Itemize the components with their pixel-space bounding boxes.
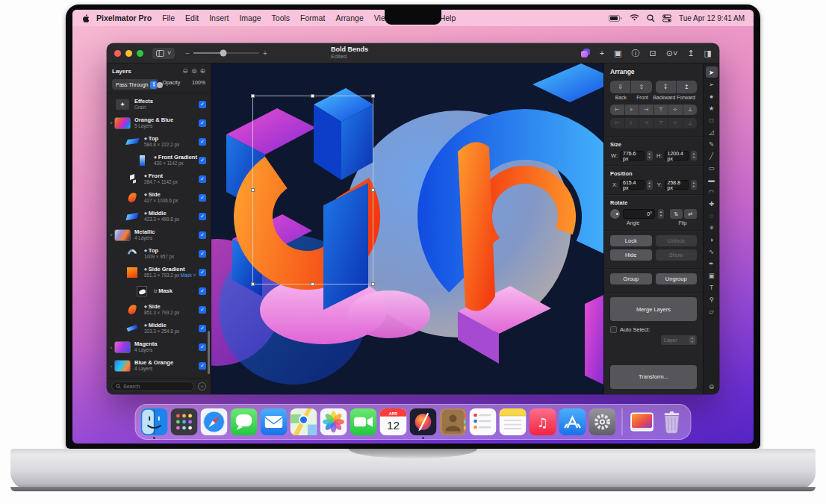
menu-clock[interactable]: Tue Apr 12 9:41 AM xyxy=(679,14,745,22)
height-field[interactable]: 1200.4 px xyxy=(665,151,689,161)
height-stepper[interactable]: ▲▼ xyxy=(691,151,697,161)
collapse-tools-icon[interactable]: ⊖ xyxy=(706,381,718,392)
auto-select-checkbox[interactable] xyxy=(610,326,617,333)
layer-row-side-gradient[interactable]: ◆Side Gradient851.3 × 793.2 px Mask ˅✓ xyxy=(107,263,211,281)
canvas[interactable] xyxy=(211,63,603,394)
layer-row-middle[interactable]: ◆Middle323.3 × 254.8 px✓ xyxy=(107,319,211,337)
layer-visibility-checkbox[interactable]: ✓ xyxy=(199,119,206,127)
dock-icon-mail[interactable] xyxy=(261,408,288,435)
view-options-button[interactable]: ˅ xyxy=(152,48,175,59)
layer-visibility-checkbox[interactable]: ✓ xyxy=(199,362,206,370)
dock-icon-system-preferences[interactable] xyxy=(589,408,616,435)
layer-visibility-checkbox[interactable]: ✓ xyxy=(199,213,206,220)
crop-tool-icon[interactable]: ▱ xyxy=(706,305,718,317)
battery-icon[interactable] xyxy=(609,15,622,22)
hide-button[interactable]: Hide xyxy=(610,249,652,261)
color-well-icon[interactable] xyxy=(581,49,590,57)
layer-settings-icon[interactable]: ⊚ xyxy=(191,67,197,75)
apple-menu-icon[interactable] xyxy=(81,13,90,23)
spotlight-search-icon[interactable] xyxy=(647,14,655,22)
selection-handle[interactable] xyxy=(251,188,255,192)
window-titlebar[interactable]: ˅ − + Bold Bends Edited + ▣ ⓘ ⊡ ⊙˅ ↥ ◨ xyxy=(107,43,719,63)
dock-icon-messages[interactable] xyxy=(231,408,258,435)
retouch-tool-icon[interactable]: ◠ xyxy=(706,186,718,197)
layer-row-mask[interactable]: ◻Mask✓ xyxy=(107,281,211,300)
ungroup-button[interactable]: Ungroup xyxy=(656,273,698,284)
layer-row-side[interactable]: ◆Side427 × 1036.6 px✓ xyxy=(107,188,211,207)
zoom-slider[interactable]: − + xyxy=(185,49,267,57)
y-stepper[interactable]: ▲▼ xyxy=(691,180,697,190)
auto-select-dropdown[interactable]: Layer ▲▼ xyxy=(661,335,697,345)
selection-handle[interactable] xyxy=(311,94,314,98)
minimize-button[interactable] xyxy=(125,50,132,57)
dock-icon-reminders[interactable] xyxy=(470,408,497,435)
layer-visibility-checkbox[interactable]: ✓ xyxy=(199,194,206,202)
dock-icon-trash[interactable] xyxy=(659,408,686,435)
lock-button[interactable]: Lock xyxy=(610,235,652,246)
layer-visibility-checkbox[interactable]: ✓ xyxy=(199,157,206,164)
dock-icon-calendar[interactable]: APR12 xyxy=(380,408,407,435)
show-button[interactable]: Show xyxy=(656,249,698,261)
zoom-out-icon[interactable]: − xyxy=(185,49,190,57)
angle-stepper[interactable]: ▲▼ xyxy=(658,209,664,219)
photo-browser-icon[interactable]: ▣ xyxy=(614,49,621,57)
layer-row-front[interactable]: ◆Front284.7 × 1142 px✓ xyxy=(107,169,211,188)
erase-tool-icon[interactable]: ▬ xyxy=(706,174,718,185)
layer-visibility-checkbox[interactable]: ✓ xyxy=(199,101,206,108)
layer-row-top[interactable]: ◆Top584.8 × 222.2 px✓ xyxy=(107,132,211,151)
layers-scrollbar[interactable] xyxy=(208,331,210,374)
layer-row-middle[interactable]: ◆Middle423.3 × 499.8 px✓ xyxy=(107,207,211,225)
line-tool-icon[interactable]: ╱ xyxy=(706,150,718,161)
layer-visibility-checkbox[interactable]: ✓ xyxy=(199,325,206,332)
dock-icon-safari[interactable] xyxy=(201,408,228,435)
wifi-icon[interactable] xyxy=(630,14,639,22)
dock-icon-facetime[interactable] xyxy=(350,408,377,435)
mask-link[interactable]: Mask ˅ xyxy=(181,273,196,278)
y-field[interactable]: 258.8 px xyxy=(665,180,689,190)
align-middle-icon[interactable]: ⊹ xyxy=(668,105,683,115)
align-right-icon[interactable]: ⊣ xyxy=(639,105,654,115)
merge-layers-button[interactable]: Merge Layers xyxy=(610,297,697,321)
transform-button[interactable]: Transform... xyxy=(610,365,697,389)
dock-icon-app-store[interactable] xyxy=(559,408,586,435)
paint-tool-icon[interactable]: ✎ xyxy=(706,138,718,149)
menu-item-edit[interactable]: Edit xyxy=(185,13,199,22)
opacity-knob[interactable] xyxy=(157,82,163,88)
layer-row-magenta[interactable]: ›Magenta4 Layers✓ xyxy=(107,337,211,356)
select-arrow-tool-icon[interactable]: ➢ xyxy=(706,78,718,90)
layer-row-metallic[interactable]: ˅Metallic4 Layers✓ xyxy=(107,225,211,244)
layer-visibility-checkbox[interactable]: ✓ xyxy=(199,269,206,276)
align-left-icon[interactable]: ⊢ xyxy=(610,105,625,115)
menu-item-image[interactable]: Image xyxy=(239,13,261,22)
layer-visibility-checkbox[interactable]: ✓ xyxy=(199,250,206,258)
sidebar-toggle-icon[interactable]: ◨ xyxy=(704,49,712,57)
dock-icon-contacts[interactable] xyxy=(440,408,467,435)
lasso-tool-icon[interactable]: ◿ xyxy=(706,126,718,137)
send-to-back-button[interactable]: ⇩ xyxy=(610,81,631,93)
info-icon[interactable]: ⓘ xyxy=(632,49,640,57)
type-tool-icon[interactable]: T xyxy=(706,281,718,293)
layer-visibility-checkbox[interactable]: ✓ xyxy=(199,343,206,351)
dock-icon-maps[interactable] xyxy=(291,408,317,435)
menu-item-arrange[interactable]: Arrange xyxy=(335,13,363,22)
menu-item-format[interactable]: Format xyxy=(300,13,325,22)
blur-tool-icon[interactable]: ◌ xyxy=(706,210,718,221)
disclosure-chevron-icon[interactable]: › xyxy=(108,345,114,349)
arrange-tool-icon[interactable]: ➤ xyxy=(706,66,718,78)
quick-select-tool-icon[interactable]: ● xyxy=(706,90,718,102)
more-options-icon[interactable]: ⊙˅ xyxy=(666,49,678,57)
layer-visibility-checkbox[interactable]: ✓ xyxy=(199,231,206,239)
smudge-tool-icon[interactable]: ∿ xyxy=(706,246,718,257)
selection-handle[interactable] xyxy=(251,94,255,98)
x-stepper[interactable]: ▲▼ xyxy=(647,180,653,190)
selection-handle[interactable] xyxy=(251,282,255,286)
share-icon[interactable]: ↥ xyxy=(687,49,694,57)
selection-handle[interactable] xyxy=(371,94,375,98)
bring-forward-button[interactable]: ↥ xyxy=(677,81,697,93)
layer-visibility-checkbox[interactable]: ✓ xyxy=(199,175,206,183)
dock-icon-downloads[interactable] xyxy=(629,408,656,435)
shapes-tool-icon[interactable]: ★ xyxy=(706,102,718,113)
add-layer-icon[interactable]: ⊕ xyxy=(199,67,205,75)
bring-to-front-button[interactable]: ⇧ xyxy=(631,81,651,93)
selection-handle[interactable] xyxy=(371,282,375,286)
